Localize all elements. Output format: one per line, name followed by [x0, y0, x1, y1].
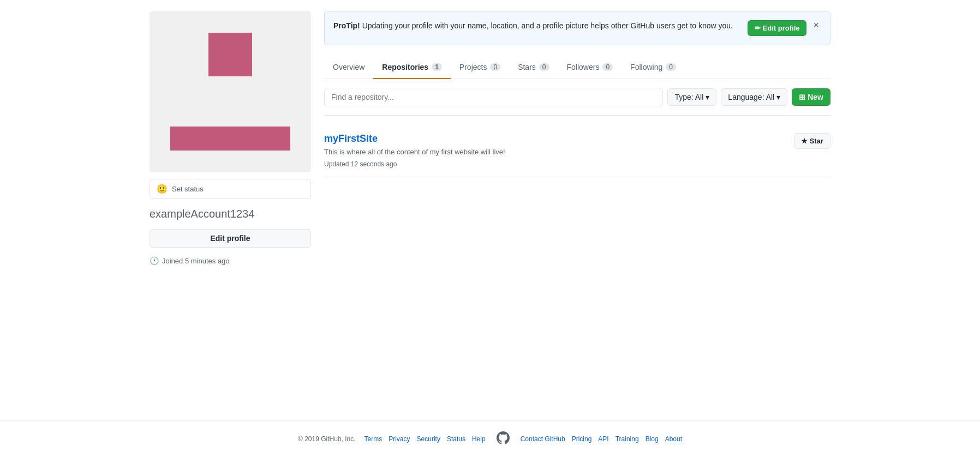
set-status-label: Set status	[172, 185, 204, 193]
avatar-image	[208, 33, 252, 76]
username: exampleAccount1234	[150, 208, 311, 220]
sidebar-edit-profile-button[interactable]: Edit profile	[150, 229, 311, 248]
footer-link-status[interactable]: Status	[447, 435, 465, 443]
close-icon: ×	[813, 20, 819, 31]
footer-link-training[interactable]: Training	[616, 435, 639, 443]
main-content-area: ProTip! Updating your profile with your …	[324, 11, 830, 409]
language-filter-button[interactable]: Language: All ▾	[721, 88, 787, 106]
tab-stars-count: 0	[539, 63, 549, 71]
protip-text: ProTip! Updating your profile with your …	[333, 20, 741, 32]
footer-link-api[interactable]: API	[598, 435, 608, 443]
tab-followers-label: Followers	[567, 63, 600, 71]
protip-actions: ✏ Edit profile ×	[748, 20, 821, 36]
language-filter-label: Language: All	[728, 93, 774, 101]
protip-message: Updating your profile with your name, lo…	[360, 21, 733, 30]
tab-followers-count: 0	[602, 63, 613, 71]
tab-overview[interactable]: Overview	[324, 56, 373, 79]
sidebar-edit-profile-label: Edit profile	[210, 234, 250, 243]
divider	[324, 115, 830, 116]
footer-right-links: Contact GitHub Pricing API Training Blog…	[521, 435, 682, 443]
new-repo-label: New	[808, 93, 823, 101]
github-logo	[497, 431, 510, 446]
footer-left-links: Terms Privacy Security Status Help	[364, 435, 486, 443]
repo-description: This is where all of the content of my f…	[324, 148, 794, 156]
repo-info: myFirstSite This is where all of the con…	[324, 133, 794, 168]
banner-close-button[interactable]: ×	[811, 20, 821, 30]
tab-following-label: Following	[630, 63, 662, 71]
chevron-down-icon: ▾	[776, 93, 780, 101]
tab-repositories-count: 1	[432, 63, 442, 71]
smiley-icon: 🙂	[157, 184, 168, 194]
footer-link-contact[interactable]: Contact GitHub	[521, 435, 565, 443]
type-filter-label: Type: All	[674, 93, 703, 101]
avatar-container	[150, 11, 311, 172]
tab-following-count: 0	[666, 63, 676, 71]
footer: © 2019 GitHub, Inc. Terms Privacy Securi…	[0, 420, 980, 457]
joined-info: 🕐 Joined 5 minutes ago	[150, 256, 311, 265]
avatar-placeholder	[150, 11, 311, 172]
chevron-down-icon: ▾	[706, 93, 709, 101]
tab-projects-count: 0	[490, 63, 500, 71]
footer-link-privacy[interactable]: Privacy	[389, 435, 410, 443]
sidebar: 🙂 Set status exampleAccount1234 Edit pro…	[150, 11, 311, 409]
protip-banner: ProTip! Updating your profile with your …	[324, 11, 830, 45]
footer-content: © 2019 GitHub, Inc. Terms Privacy Securi…	[9, 431, 971, 446]
table-row: myFirstSite This is where all of the con…	[324, 124, 830, 177]
footer-link-security[interactable]: Security	[417, 435, 440, 443]
repo-updated: Updated 12 seconds ago	[324, 160, 794, 168]
tab-stars[interactable]: Stars 0	[509, 56, 558, 79]
filter-row: Type: All ▾ Language: All ▾ ⊞ New	[324, 88, 830, 106]
tab-projects-label: Projects	[459, 63, 487, 71]
footer-link-help[interactable]: Help	[472, 435, 486, 443]
type-filter-button[interactable]: Type: All ▾	[667, 88, 716, 106]
star-icon: ★	[801, 137, 808, 145]
tab-overview-label: Overview	[333, 63, 364, 71]
star-button[interactable]: ★ Star	[794, 133, 830, 149]
tab-following[interactable]: Following 0	[622, 56, 685, 79]
pencil-icon: ✏	[755, 24, 761, 32]
footer-link-terms[interactable]: Terms	[364, 435, 383, 443]
tab-repositories-label: Repositories	[382, 63, 428, 71]
tab-followers[interactable]: Followers 0	[558, 56, 622, 79]
clock-icon: 🕐	[150, 256, 159, 265]
footer-link-about[interactable]: About	[665, 435, 682, 443]
profile-name-bar	[170, 127, 290, 151]
protip-bold-label: ProTip!	[333, 21, 360, 30]
tab-repositories[interactable]: Repositories 1	[373, 56, 451, 79]
joined-text: Joined 5 minutes ago	[162, 257, 230, 265]
repo-name-link[interactable]: myFirstSite	[324, 133, 794, 145]
banner-edit-profile-button[interactable]: ✏ Edit profile	[748, 20, 807, 36]
star-label: Star	[810, 137, 823, 145]
repo-icon: ⊞	[799, 93, 805, 101]
footer-copyright: © 2019 GitHub, Inc.	[298, 435, 356, 443]
banner-edit-profile-label: Edit profile	[763, 24, 800, 32]
footer-link-blog[interactable]: Blog	[646, 435, 659, 443]
tab-projects[interactable]: Projects 0	[451, 56, 509, 79]
footer-link-pricing[interactable]: Pricing	[572, 435, 592, 443]
search-input[interactable]	[324, 88, 663, 106]
set-status-button[interactable]: 🙂 Set status	[150, 179, 311, 199]
tab-stars-label: Stars	[518, 63, 536, 71]
tabs-nav: Overview Repositories 1 Projects 0 Stars…	[324, 56, 830, 79]
new-repository-button[interactable]: ⊞ New	[792, 88, 830, 106]
